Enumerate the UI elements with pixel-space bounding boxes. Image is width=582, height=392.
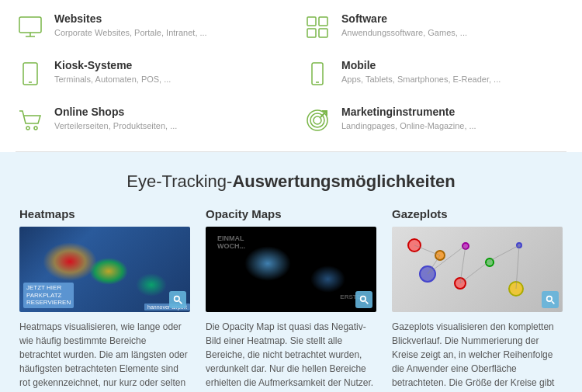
svg-line-19 xyxy=(365,301,368,304)
svg-line-25 xyxy=(490,245,519,261)
category-marketing-title: Marketinginstrumente xyxy=(341,106,476,118)
card-opacity: Opacity Maps EINMALWOCH... ERSTE Die Opa… xyxy=(206,207,376,392)
target-icon xyxy=(303,106,332,135)
cards-grid: Heatmaps JETZT HIERPARKPLATZRESERVIEREN … xyxy=(19,207,563,392)
svg-rect-7 xyxy=(23,63,37,85)
svg-point-16 xyxy=(174,296,179,301)
category-kiosk-subtitle: Terminals, Automaten, POS, ... xyxy=(54,75,171,84)
opacity-zoom-button[interactable] xyxy=(355,291,372,308)
svg-line-17 xyxy=(179,301,182,304)
tablet-icon xyxy=(16,59,45,88)
card-gazeplots: Gazeplots xyxy=(392,207,563,392)
card-heatmaps-desc: Heatmaps visualisieren, wie lange oder w… xyxy=(19,320,190,392)
category-marketing[interactable]: Marketinginstrumente Landingpages, Onlin… xyxy=(303,101,566,140)
category-mobile-title: Mobile xyxy=(341,59,501,71)
card-gazeplots-desc: Gazeplots visualisieren den kompletten B… xyxy=(392,320,563,392)
svg-point-12 xyxy=(34,127,37,130)
svg-point-18 xyxy=(360,296,365,301)
category-kiosk-title: Kiosk-Systeme xyxy=(54,59,171,71)
card-heatmaps-title: Heatmaps xyxy=(19,207,190,220)
gazeplot-zoom-button[interactable] xyxy=(542,291,559,308)
category-websites-title: Websites xyxy=(54,12,207,25)
cart-icon xyxy=(16,106,45,135)
category-shops-title: Online Shops xyxy=(54,106,177,118)
category-mobile-subtitle: Apps, Tablets, Smartphones, E-Reader, ..… xyxy=(341,75,501,84)
card-gazeplots-image xyxy=(392,227,563,312)
svg-rect-9 xyxy=(312,63,323,85)
card-heatmaps-image: JETZT HIERPARKPLATZRESERVIEREN hannover … xyxy=(19,227,190,312)
svg-rect-0 xyxy=(19,17,41,33)
category-software-title: Software xyxy=(341,12,467,25)
section-heading: Eye-Tracking-Auswertungsmöglichkeiten xyxy=(19,172,563,192)
category-shops-subtitle: Verteilerseiten, Produktseiten, ... xyxy=(54,121,177,130)
svg-point-27 xyxy=(546,296,552,301)
category-kiosk[interactable]: Kiosk-Systeme Terminals, Automaten, POS,… xyxy=(16,54,279,93)
eye-tracking-section: Eye-Tracking-Auswertungsmöglichkeiten He… xyxy=(0,152,582,392)
phone-icon xyxy=(303,59,332,88)
monitor-icon xyxy=(16,12,45,42)
category-mobile[interactable]: Mobile Apps, Tablets, Smartphones, E-Rea… xyxy=(303,54,566,93)
svg-line-28 xyxy=(552,301,554,304)
card-opacity-title: Opacity Maps xyxy=(206,207,376,220)
heatmap-zoom-button[interactable] xyxy=(169,291,186,308)
card-gazeplots-title: Gazeplots xyxy=(392,207,563,220)
category-websites-subtitle: Corporate Websites, Portale, Intranet, .… xyxy=(54,28,207,37)
card-heatmaps: Heatmaps JETZT HIERPARKPLATZRESERVIEREN … xyxy=(19,207,190,392)
category-software[interactable]: Software Anwendungssoftware, Games, ... xyxy=(303,8,566,47)
svg-rect-4 xyxy=(319,17,327,26)
svg-rect-3 xyxy=(307,17,316,26)
categories-grid: Websites Corporate Websites, Portale, In… xyxy=(0,0,582,151)
svg-point-11 xyxy=(26,127,29,130)
svg-rect-6 xyxy=(319,29,327,37)
svg-point-15 xyxy=(314,116,321,124)
category-marketing-subtitle: Landingpages, Online-Magazine, ... xyxy=(341,121,476,130)
category-websites[interactable]: Websites Corporate Websites, Portale, In… xyxy=(16,8,279,47)
category-shops[interactable]: Online Shops Verteilerseiten, Produktsei… xyxy=(16,101,279,140)
svg-rect-5 xyxy=(307,29,316,37)
card-opacity-image: EINMALWOCH... ERSTE xyxy=(206,227,376,312)
category-software-subtitle: Anwendungssoftware, Games, ... xyxy=(341,28,467,37)
card-opacity-desc: Die Opacity Map ist quasi das Negativ-Bi… xyxy=(206,320,376,390)
grid-icon xyxy=(303,12,332,42)
